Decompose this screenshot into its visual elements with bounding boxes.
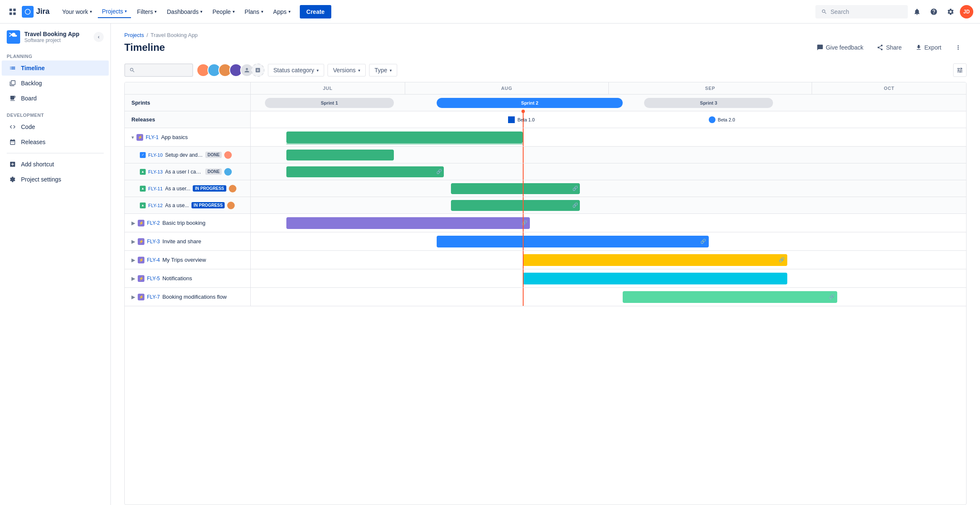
type-filter[interactable]: Type ▾ xyxy=(369,64,397,76)
nav-projects[interactable]: Projects ▾ xyxy=(98,5,131,18)
grid-menu-icon[interactable] xyxy=(7,6,18,18)
fly11-task-icon: ▲ xyxy=(140,186,146,192)
toolbar: Status category ▾ Versions ▾ Type ▾ xyxy=(111,60,980,82)
sidebar-item-backlog[interactable]: Backlog xyxy=(2,76,109,91)
sidebar-item-label: Timeline xyxy=(21,65,45,71)
fly1-name: App basics xyxy=(161,134,188,140)
help-button[interactable] xyxy=(926,4,941,19)
fly3-id[interactable]: FLY-3 xyxy=(147,239,160,245)
chevron-icon: ▾ xyxy=(288,9,291,14)
fly7-id[interactable]: FLY-7 xyxy=(147,294,160,300)
give-feedback-button[interactable]: Give feedback xyxy=(812,42,869,53)
fly12-avatar xyxy=(227,202,235,209)
user-avatar[interactable]: JD xyxy=(960,5,973,18)
fly10-id[interactable]: FLY-10 xyxy=(148,153,162,158)
timeline-scroll[interactable]: JUL AUG SEP OCT Sprints Sprint 1 Sprint … xyxy=(124,82,967,505)
today-line xyxy=(523,180,524,197)
notifications-button[interactable] xyxy=(909,4,925,19)
fly2-id[interactable]: FLY-2 xyxy=(147,220,160,226)
nav-filters[interactable]: Filters ▾ xyxy=(133,6,161,18)
sidebar-item-code[interactable]: Code xyxy=(2,119,109,134)
chevron-icon: ▾ xyxy=(90,9,92,14)
fly3-name: Invite and share xyxy=(162,238,202,245)
nav-your-work[interactable]: Your work ▾ xyxy=(58,6,96,18)
fly11-row: ▲ FLY-11 As a user... IN PROGRESS 🔗 xyxy=(125,180,966,197)
fly13-bar[interactable]: 🔗 xyxy=(286,166,444,177)
chevron-icon: ▾ xyxy=(261,9,263,14)
jira-logo[interactable]: Jira xyxy=(22,6,50,18)
beta1-label: Beta 1.0 xyxy=(517,117,535,122)
fly10-bar[interactable] xyxy=(286,150,394,160)
fly2-bar[interactable]: 🔗 xyxy=(286,217,529,229)
share-button[interactable]: Share xyxy=(872,42,907,53)
export-button[interactable]: Export xyxy=(910,42,946,53)
fly7-area: 🔗 xyxy=(251,288,966,306)
fly11-id[interactable]: FLY-11 xyxy=(148,186,162,191)
fly2-name: Basic trip booking xyxy=(162,220,206,226)
sidebar-item-label: Board xyxy=(21,95,37,102)
fly5-epic-icon: ⚡ xyxy=(138,275,144,282)
nav-plans[interactable]: Plans ▾ xyxy=(241,6,267,18)
sidebar-item-board[interactable]: Board xyxy=(2,91,109,106)
fly10-task-icon: ✓ xyxy=(140,152,146,158)
fly5-expand-icon[interactable]: ▶ xyxy=(131,276,135,281)
fly1-epic-icon: ⚡ xyxy=(136,134,143,141)
sidebar-item-timeline[interactable]: Timeline xyxy=(2,60,109,76)
search-box[interactable] xyxy=(815,5,908,18)
month-jul: JUL xyxy=(251,82,405,94)
project-type: Software project xyxy=(24,37,89,43)
timeline-search[interactable] xyxy=(124,63,193,77)
fly7-bar[interactable]: 🔗 xyxy=(623,291,837,303)
fly4-expand-icon[interactable]: ▶ xyxy=(131,257,135,263)
month-aug: AUG xyxy=(405,82,609,94)
chevron-icon: ▾ xyxy=(125,9,127,13)
nav-apps[interactable]: Apps ▾ xyxy=(269,6,295,18)
today-line xyxy=(523,111,524,128)
fly5-bar[interactable] xyxy=(523,273,787,284)
beta2-release: Beta 2.0 xyxy=(709,116,735,123)
sprint-2-bar: Sprint 2 xyxy=(437,98,623,108)
fly4-bar[interactable]: 🔗 xyxy=(523,254,787,266)
versions-filter[interactable]: Versions ▾ xyxy=(328,64,366,76)
fly2-expand-icon[interactable]: ▶ xyxy=(131,220,135,226)
sidebar-item-releases[interactable]: Releases xyxy=(2,134,109,150)
fly10-name: Setup dev and ... xyxy=(165,152,203,158)
fly12-id[interactable]: FLY-12 xyxy=(148,203,162,208)
search-input[interactable] xyxy=(138,67,188,74)
fly7-expand-icon[interactable]: ▶ xyxy=(131,294,135,300)
today-dot xyxy=(521,110,525,113)
fly1-id[interactable]: FLY-1 xyxy=(146,134,159,140)
fly7-label: ▶ ⚡ FLY-7 Booking modifications flow xyxy=(125,288,251,306)
fly12-bar[interactable]: 🔗 xyxy=(451,200,580,211)
month-oct: OCT xyxy=(812,82,966,94)
svg-rect-0 xyxy=(10,8,12,11)
main-content: Projects / Travel Booking App Timeline G… xyxy=(111,24,980,505)
fly3-expand-icon[interactable]: ▶ xyxy=(131,239,135,245)
breadcrumb-projects[interactable]: Projects xyxy=(124,32,144,38)
create-button[interactable]: Create xyxy=(300,5,332,18)
sidebar-item-add-shortcut[interactable]: Add shortcut xyxy=(2,157,109,172)
nav-people[interactable]: People ▾ xyxy=(208,6,239,18)
fly1-expand-icon[interactable]: ▾ xyxy=(131,134,134,140)
fly12-area: 🔗 xyxy=(251,197,966,213)
sidebar-item-label: Backlog xyxy=(21,80,42,87)
filter-settings-button[interactable] xyxy=(953,63,967,77)
fly11-bar[interactable]: 🔗 xyxy=(451,183,580,194)
sidebar-item-project-settings[interactable]: Project settings xyxy=(2,172,109,187)
search-input[interactable] xyxy=(831,8,889,15)
nav-dashboards[interactable]: Dashboards ▾ xyxy=(162,6,207,18)
fly5-id[interactable]: FLY-5 xyxy=(147,276,160,281)
avatar-add[interactable] xyxy=(251,63,265,77)
sidebar-collapse-button[interactable]: ‹ xyxy=(94,32,104,42)
fly13-id[interactable]: FLY-13 xyxy=(148,169,162,174)
settings-button[interactable] xyxy=(943,4,958,19)
more-actions-button[interactable] xyxy=(950,42,967,53)
project-name: Travel Booking App xyxy=(24,31,89,37)
fly4-id[interactable]: FLY-4 xyxy=(147,257,160,263)
fly1-bar[interactable] xyxy=(286,132,522,143)
sprint-3-bar: Sprint 3 xyxy=(644,98,773,108)
status-category-filter[interactable]: Status category ▾ xyxy=(268,64,324,76)
fly3-area: 🔗 xyxy=(251,232,966,250)
fly3-bar[interactable]: 🔗 xyxy=(437,236,709,247)
fly3-row: ▶ ⚡ FLY-3 Invite and share 🔗 xyxy=(125,232,966,251)
